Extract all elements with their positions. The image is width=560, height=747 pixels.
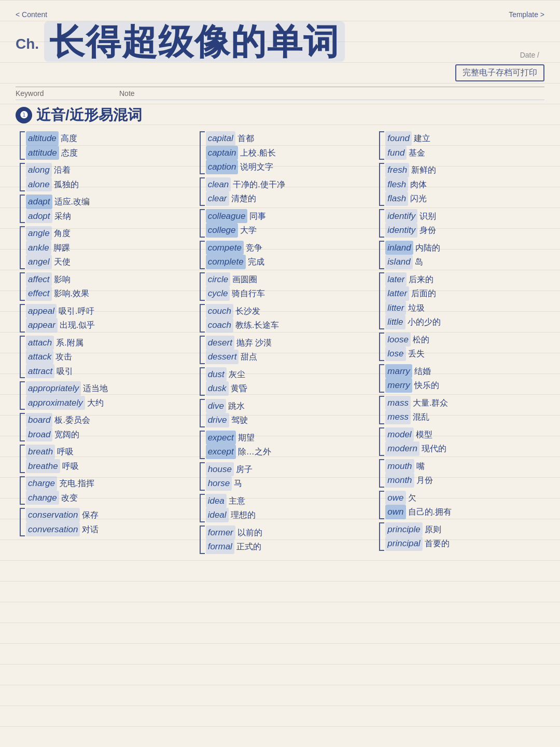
word-english: lose [385,347,405,361]
word-group: owe欠own自己的.拥有 [375,491,544,519]
word-chinese: 岛 [415,256,423,268]
word-chinese: 跳水 [228,400,245,412]
word-english: except [206,445,236,459]
date-value: / [537,51,539,59]
list-item: appear出现.似乎 [26,318,185,333]
word-english: later [385,272,407,287]
word-english: broad [26,427,52,442]
list-item: attach系.附属 [26,336,185,350]
word-chinese: 大学 [240,224,257,237]
word-chinese: 基金 [409,147,425,159]
word-english: appear [26,318,58,333]
word-english: identify [385,209,417,224]
word-chinese: 系.附属 [56,337,83,349]
word-chinese: 识别 [419,210,436,223]
word-english: ideal [206,508,229,522]
list-item: month月份 [385,473,544,488]
list-item: cycle骑自行车 [206,286,365,301]
word-chinese: 除…之外 [238,446,271,458]
word-chinese: 适当地 [83,382,108,395]
word-chinese: 说明文字 [240,161,273,173]
word-chinese: 后来的 [409,273,433,286]
word-english: angel [26,255,52,269]
list-item: board板.委员会 [26,413,185,427]
word-group: dust灰尘dusk黄昏 [195,367,365,396]
word-chinese: 正式的 [236,541,261,553]
word-english: board [26,413,52,427]
word-chinese: 闪光 [410,192,427,205]
list-item: owe欠 [385,491,544,505]
word-english: angle [26,226,52,241]
word-english: fresh [385,163,409,177]
list-item: dive跳水 [206,399,365,413]
word-chinese: 以前的 [237,527,262,539]
content-button[interactable]: < Content [16,10,47,19]
word-english: identity [385,223,417,238]
word-english: principle [385,522,422,537]
list-item: affect影响 [26,272,185,287]
word-group: dive跳水drive驾驶 [195,399,365,427]
list-item: attract吸引 [26,364,185,379]
list-item: ankle脚踝 [26,241,185,255]
list-item: college大学 [206,223,365,238]
word-english: charge [26,476,57,491]
word-group: model模型modern现代的 [375,427,544,456]
word-group: inland内陆的island岛 [375,241,544,269]
word-english: dust [206,367,227,382]
list-item: marry结婚 [385,364,544,379]
list-item: adopt采纳 [26,209,185,224]
list-item: adapt适应.改编 [26,195,185,209]
list-item: flash闪光 [385,191,544,206]
word-english: horse [206,476,232,491]
word-chinese: 改变 [61,492,78,504]
list-item: change改变 [26,491,185,505]
word-chinese: 孤独的 [54,178,79,191]
word-chinese: 长沙发 [235,305,260,317]
word-chinese: 采纳 [54,210,71,223]
list-item: caption说明文字 [206,160,365,174]
word-group: affect影响effect影响.效果 [16,272,185,301]
word-chinese: 垃圾 [408,302,425,314]
template-button[interactable]: Template > [509,10,544,19]
word-chinese: 宽阔的 [54,428,79,441]
word-english: attach [26,336,54,350]
list-item: along沿着 [26,163,185,177]
word-english: desert [206,336,234,350]
word-english: owe [385,491,405,505]
list-item: found建立 [385,131,544,146]
word-chinese: 抛弃 沙漠 [236,337,272,349]
word-english: drive [206,413,229,427]
word-chinese: 高度 [61,132,77,145]
word-chinese: 对话 [82,523,99,536]
list-item: colleague同事 [206,209,365,224]
subtitle-box: 完整电子存档可打印 [16,64,544,81]
list-item: principle原则 [385,522,544,537]
word-english: clear [206,191,229,206]
word-english: colleague [206,209,248,224]
word-english: found [385,131,412,146]
word-english: circle [206,272,231,287]
list-item: compete竞争 [206,241,365,255]
word-chinese: 欠 [408,492,416,504]
list-item: latter后面的 [385,286,544,301]
word-group: conservation保存conversation对话 [16,508,185,536]
word-english: compete [206,241,244,255]
list-item: coach教练.长途车 [206,318,365,333]
list-item: conversation对话 [26,522,185,537]
word-group: found建立fund基金 [375,131,544,160]
word-chinese: 首要的 [425,537,450,550]
list-item: inland内陆的 [385,241,544,255]
word-english: complete [206,255,246,269]
word-english: formal [206,540,234,554]
list-item: identity身份 [385,223,544,238]
list-item: modern现代的 [385,441,544,456]
word-english: fund [385,146,407,160]
word-english: dessert [206,350,239,364]
word-english: dive [206,399,226,413]
list-item: attitude态度 [26,146,185,160]
word-group: clean干净的.使干净clear清楚的 [195,177,365,206]
note-header: Note [119,89,135,98]
word-chinese: 快乐的 [414,379,439,392]
word-chinese: 影响 [54,273,71,286]
section-title: ❶ 近音/近形易混词 [16,105,544,125]
